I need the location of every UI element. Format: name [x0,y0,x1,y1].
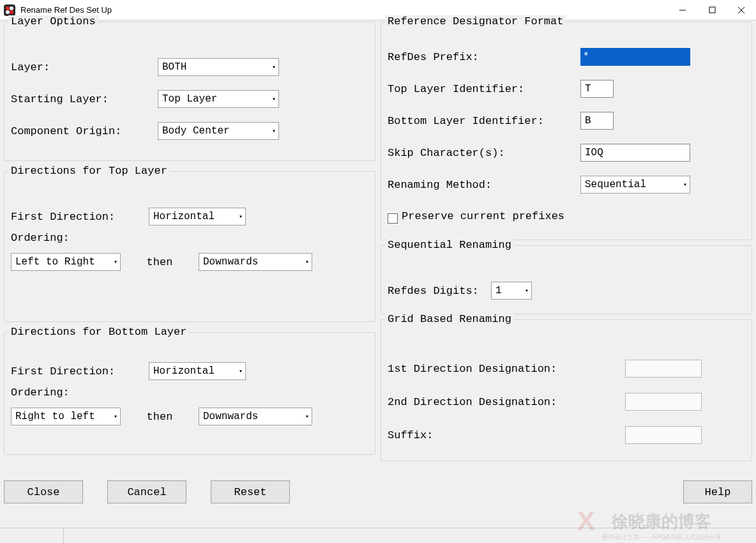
renaming-method-label: Renaming Method: [388,179,580,191]
refdes-prefix-input[interactable] [580,48,690,66]
app-icon [4,4,15,16]
renaming-method-select[interactable]: Sequential ▾ [580,176,690,194]
layer-select[interactable]: BOTH ▾ [158,58,279,76]
directions-bottom-group: Directions for Bottom Layer First Direct… [4,332,375,455]
bottom-layer-id-label: Bottom Layer Identifier: [388,115,580,127]
chevron-down-icon: ▾ [272,63,276,71]
top-first-direction-select[interactable]: Horizontal ▾ [149,208,246,226]
directions-top-title: Directions for Top Layer [8,165,170,177]
maximize-icon [709,6,716,13]
reset-button-label: Reset [234,486,266,498]
refdes-digits-value: 1 [495,285,502,296]
svg-rect-6 [709,7,715,13]
layer-options-group: Layer Options Layer: BOTH ▾ Starting Lay… [4,22,375,161]
minimize-icon [679,6,686,14]
bottom-layer-id-input[interactable] [580,112,614,130]
sequential-renaming-title: Sequential Renaming [385,239,514,251]
svg-point-4 [10,10,13,14]
component-origin-label: Component Origin: [11,125,158,137]
top-first-direction-label: First Direction: [11,211,149,223]
chevron-down-icon: ▾ [305,258,309,266]
refdes-format-group: Reference Designator Format RefDes Prefi… [381,22,752,240]
chevron-down-icon: ▾ [272,127,276,135]
component-origin-value: Body Center [162,125,230,137]
top-first-direction-value: Horizontal [153,211,215,222]
bottom-order2-select[interactable]: Downwards ▾ [199,408,312,425]
status-bar [0,528,756,543]
starting-layer-label: Starting Layer: [11,93,158,105]
bottom-first-direction-value: Horizontal [153,365,215,377]
layer-options-title: Layer Options [8,15,98,27]
bottom-order1-value: Right to left [15,411,95,422]
title-bar: Rename Ref Des Set Up [0,0,756,20]
button-bar: Close Cancel Reset Help [4,480,752,503]
chevron-down-icon: ▾ [272,95,276,103]
chevron-down-icon: ▾ [239,367,243,375]
component-origin-select[interactable]: Body Center ▾ [158,122,279,140]
svg-point-3 [6,10,10,14]
directions-bottom-title: Directions for Bottom Layer [8,326,189,338]
close-button[interactable]: Close [4,480,83,503]
maximize-button[interactable] [697,0,727,20]
refdes-format-title: Reference Designator Format [385,15,566,27]
grid-suffix-input [625,426,702,444]
starting-layer-select[interactable]: Top Layer ▾ [158,90,279,108]
renaming-method-value: Sequential [585,179,646,190]
layer-label: Layer: [11,61,158,73]
bottom-then-label: then [121,411,199,423]
client-area: Layer Options Layer: BOTH ▾ Starting Lay… [0,20,756,543]
help-button-label: Help [705,486,731,498]
grid-d2-label: 2nd Direction Designation: [388,396,625,408]
reset-button[interactable]: Reset [211,480,290,503]
skip-chars-label: Skip Character(s): [388,147,580,159]
left-column: Layer Options Layer: BOTH ▾ Starting Lay… [4,22,375,460]
chevron-down-icon: ▾ [239,213,243,220]
layer-select-value: BOTH [162,61,186,73]
close-button[interactable] [727,0,756,20]
refdes-digits-label: Refdes Digits: [388,285,491,297]
bottom-ordering-label: Ordering: [11,386,70,399]
preserve-prefixes-checkbox[interactable] [388,213,398,224]
top-order1-value: Left to Right [15,256,95,268]
close-icon [737,6,745,14]
top-then-label: then [121,256,199,268]
top-order2-select[interactable]: Downwards ▾ [199,253,312,271]
refdes-digits-select[interactable]: 1 ▾ [491,282,532,300]
svg-point-2 [10,6,13,10]
bottom-first-direction-select[interactable]: Horizontal ▾ [149,362,246,380]
chevron-down-icon: ▾ [114,413,117,420]
refdes-prefix-label: RefDes Prefix: [388,51,580,63]
bottom-first-direction-label: First Direction: [11,365,149,378]
status-segment [0,528,64,543]
top-layer-id-label: Top Layer Identifier: [388,83,580,95]
bottom-order2-value: Downwards [203,411,258,422]
top-layer-id-input[interactable] [580,80,614,98]
chevron-down-icon: ▾ [114,258,117,266]
grid-d1-input [625,360,702,378]
grid-d2-input [625,393,702,411]
chevron-down-icon: ▾ [525,287,529,294]
starting-layer-value: Top Layer [162,93,217,105]
help-button[interactable]: Help [683,480,752,503]
window-controls [668,0,756,20]
chevron-down-icon: ▾ [305,413,309,420]
window-title: Rename Ref Des Set Up [20,5,112,15]
cancel-button-label: Cancel [127,486,166,498]
grid-d1-label: 1st Direction Designation: [388,363,625,375]
skip-chars-input[interactable] [580,144,690,162]
grid-renaming-group: Grid Based Renaming 1st Direction Design… [381,319,752,461]
svg-point-1 [6,6,10,10]
svg-rect-0 [4,4,15,16]
grid-renaming-title: Grid Based Renaming [385,313,514,325]
top-order1-select[interactable]: Left to Right ▾ [11,253,121,271]
bottom-order1-select[interactable]: Right to left ▾ [11,408,121,425]
right-column: Reference Designator Format RefDes Prefi… [381,22,752,466]
preserve-prefixes-label: Preserve current prefixes [402,210,564,222]
cancel-button[interactable]: Cancel [107,480,186,503]
grid-suffix-label: Suffix: [388,429,625,441]
directions-top-group: Directions for Top Layer First Direction… [4,171,375,322]
close-button-label: Close [27,486,59,498]
minimize-button[interactable] [668,0,697,20]
sequential-renaming-group: Sequential Renaming Refdes Digits: 1 ▾ [381,245,752,314]
chevron-down-icon: ▾ [683,181,687,188]
